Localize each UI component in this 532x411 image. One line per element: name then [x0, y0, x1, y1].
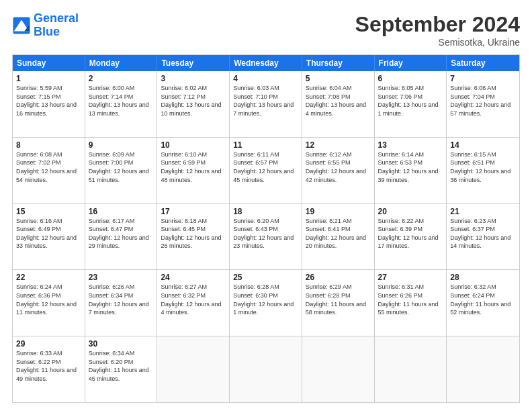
- logo-text: General Blue: [34, 12, 79, 39]
- day-number: 27: [378, 273, 443, 282]
- cell-details: Sunrise: 6:29 AM Sunset: 6:28 PM Dayligh…: [306, 283, 371, 316]
- cell-details: Sunrise: 6:16 AM Sunset: 6:49 PM Dayligh…: [16, 217, 81, 250]
- header-day-tuesday: Tuesday: [157, 55, 230, 71]
- day-number: 26: [306, 273, 371, 282]
- calendar-cell-8: 8Sunrise: 6:08 AM Sunset: 7:02 PM Daylig…: [13, 138, 85, 203]
- day-number: 12: [306, 140, 371, 150]
- day-number: 10: [161, 140, 226, 150]
- cell-details: Sunrise: 5:59 AM Sunset: 7:15 PM Dayligh…: [16, 84, 81, 118]
- calendar-cell-9: 9Sunrise: 6:09 AM Sunset: 7:00 PM Daylig…: [85, 138, 158, 203]
- cell-details: Sunrise: 6:02 AM Sunset: 7:12 PM Dayligh…: [161, 84, 226, 118]
- calendar-cell-20: 20Sunrise: 6:22 AM Sunset: 6:39 PM Dayli…: [375, 204, 447, 270]
- calendar-cell-22: 22Sunrise: 6:24 AM Sunset: 6:36 PM Dayli…: [13, 270, 85, 336]
- day-number: 3: [161, 74, 226, 83]
- calendar-cell-empty: [157, 336, 230, 402]
- calendar-cell-29: 29Sunrise: 6:33 AM Sunset: 6:22 PM Dayli…: [13, 336, 85, 402]
- calendar-cell-13: 13Sunrise: 6:14 AM Sunset: 6:53 PM Dayli…: [375, 138, 447, 203]
- header-day-saturday: Saturday: [447, 55, 519, 71]
- calendar-body: 1Sunrise: 5:59 AM Sunset: 7:15 PM Daylig…: [13, 71, 519, 402]
- calendar-row-3: 15Sunrise: 6:16 AM Sunset: 6:49 PM Dayli…: [13, 203, 519, 270]
- header-day-sunday: Sunday: [13, 55, 85, 71]
- calendar-cell-empty: [302, 336, 375, 402]
- calendar-cell-18: 18Sunrise: 6:20 AM Sunset: 6:43 PM Dayli…: [230, 204, 302, 270]
- cell-details: Sunrise: 6:04 AM Sunset: 7:08 PM Dayligh…: [306, 84, 371, 118]
- cell-details: Sunrise: 6:17 AM Sunset: 6:47 PM Dayligh…: [89, 217, 154, 250]
- day-number: 20: [378, 207, 443, 216]
- cell-details: Sunrise: 6:34 AM Sunset: 6:20 PM Dayligh…: [89, 349, 154, 383]
- month-title: September 2024: [355, 12, 520, 37]
- day-number: 24: [161, 273, 226, 282]
- day-number: 14: [450, 140, 516, 150]
- day-number: 28: [450, 273, 516, 282]
- calendar-cell-28: 28Sunrise: 6:32 AM Sunset: 6:24 PM Dayli…: [447, 270, 519, 336]
- day-number: 5: [306, 74, 371, 83]
- calendar-cell-2: 2Sunrise: 6:00 AM Sunset: 7:14 PM Daylig…: [85, 71, 158, 137]
- cell-details: Sunrise: 6:00 AM Sunset: 7:14 PM Dayligh…: [89, 84, 154, 118]
- day-number: 19: [306, 207, 371, 216]
- title-block: September 2024 Semisotka, Ukraine: [355, 12, 520, 48]
- cell-details: Sunrise: 6:12 AM Sunset: 6:55 PM Dayligh…: [306, 150, 371, 184]
- calendar-cell-19: 19Sunrise: 6:21 AM Sunset: 6:41 PM Dayli…: [302, 204, 375, 270]
- page-header: General Blue September 2024 Semisotka, U…: [12, 12, 520, 48]
- calendar-row-1: 1Sunrise: 5:59 AM Sunset: 7:15 PM Daylig…: [13, 71, 519, 137]
- logo-icon: [12, 16, 31, 35]
- header-day-thursday: Thursday: [302, 55, 375, 71]
- calendar-cell-23: 23Sunrise: 6:26 AM Sunset: 6:34 PM Dayli…: [85, 270, 158, 336]
- logo-line1: General: [34, 11, 79, 25]
- calendar-cell-14: 14Sunrise: 6:15 AM Sunset: 6:51 PM Dayli…: [447, 138, 519, 203]
- day-number: 22: [16, 273, 81, 282]
- cell-details: Sunrise: 6:33 AM Sunset: 6:22 PM Dayligh…: [16, 349, 81, 383]
- cell-details: Sunrise: 6:10 AM Sunset: 6:59 PM Dayligh…: [161, 150, 226, 184]
- calendar-page: General Blue September 2024 Semisotka, U…: [0, 0, 532, 411]
- calendar-cell-10: 10Sunrise: 6:10 AM Sunset: 6:59 PM Dayli…: [157, 138, 230, 203]
- day-number: 25: [233, 273, 298, 282]
- location-subtitle: Semisotka, Ukraine: [355, 37, 520, 48]
- cell-details: Sunrise: 6:28 AM Sunset: 6:30 PM Dayligh…: [233, 283, 298, 316]
- cell-details: Sunrise: 6:05 AM Sunset: 7:06 PM Dayligh…: [378, 84, 443, 118]
- calendar-row-5: 29Sunrise: 6:33 AM Sunset: 6:22 PM Dayli…: [13, 336, 519, 402]
- day-number: 21: [450, 207, 516, 216]
- header-day-friday: Friday: [375, 55, 447, 71]
- cell-details: Sunrise: 6:06 AM Sunset: 7:04 PM Dayligh…: [450, 84, 516, 118]
- cell-details: Sunrise: 6:21 AM Sunset: 6:41 PM Dayligh…: [306, 217, 371, 250]
- day-number: 1: [16, 74, 81, 83]
- cell-details: Sunrise: 6:24 AM Sunset: 6:36 PM Dayligh…: [16, 283, 81, 316]
- calendar-cell-empty: [447, 336, 519, 402]
- calendar-cell-5: 5Sunrise: 6:04 AM Sunset: 7:08 PM Daylig…: [302, 71, 375, 137]
- calendar-cell-4: 4Sunrise: 6:03 AM Sunset: 7:10 PM Daylig…: [230, 71, 302, 137]
- cell-details: Sunrise: 6:08 AM Sunset: 7:02 PM Dayligh…: [16, 150, 81, 184]
- day-number: 2: [89, 74, 154, 83]
- cell-details: Sunrise: 6:14 AM Sunset: 6:53 PM Dayligh…: [378, 150, 443, 184]
- cell-details: Sunrise: 6:20 AM Sunset: 6:43 PM Dayligh…: [233, 217, 298, 250]
- calendar-cell-27: 27Sunrise: 6:31 AM Sunset: 6:26 PM Dayli…: [375, 270, 447, 336]
- header-day-monday: Monday: [85, 55, 158, 71]
- header-day-wednesday: Wednesday: [230, 55, 302, 71]
- calendar-cell-17: 17Sunrise: 6:18 AM Sunset: 6:45 PM Dayli…: [157, 204, 230, 270]
- calendar-cell-12: 12Sunrise: 6:12 AM Sunset: 6:55 PM Dayli…: [302, 138, 375, 203]
- day-number: 4: [233, 74, 298, 83]
- day-number: 16: [89, 207, 154, 216]
- calendar-cell-7: 7Sunrise: 6:06 AM Sunset: 7:04 PM Daylig…: [447, 71, 519, 137]
- day-number: 29: [16, 339, 81, 349]
- logo-line2: Blue: [34, 25, 60, 38]
- calendar-cell-26: 26Sunrise: 6:29 AM Sunset: 6:28 PM Dayli…: [302, 270, 375, 336]
- cell-details: Sunrise: 6:26 AM Sunset: 6:34 PM Dayligh…: [89, 283, 154, 316]
- calendar-row-4: 22Sunrise: 6:24 AM Sunset: 6:36 PM Dayli…: [13, 269, 519, 336]
- cell-details: Sunrise: 6:22 AM Sunset: 6:39 PM Dayligh…: [378, 217, 443, 250]
- day-number: 23: [89, 273, 154, 282]
- day-number: 15: [16, 207, 81, 216]
- logo: General Blue: [12, 12, 79, 39]
- cell-details: Sunrise: 6:18 AM Sunset: 6:45 PM Dayligh…: [161, 217, 226, 250]
- day-number: 30: [89, 339, 154, 349]
- day-number: 13: [378, 140, 443, 150]
- day-number: 18: [233, 207, 298, 216]
- cell-details: Sunrise: 6:15 AM Sunset: 6:51 PM Dayligh…: [450, 150, 516, 184]
- calendar: SundayMondayTuesdayWednesdayThursdayFrid…: [12, 54, 520, 403]
- cell-details: Sunrise: 6:27 AM Sunset: 6:32 PM Dayligh…: [161, 283, 226, 316]
- calendar-cell-24: 24Sunrise: 6:27 AM Sunset: 6:32 PM Dayli…: [157, 270, 230, 336]
- calendar-cell-16: 16Sunrise: 6:17 AM Sunset: 6:47 PM Dayli…: [85, 204, 158, 270]
- day-number: 11: [233, 140, 298, 150]
- cell-details: Sunrise: 6:09 AM Sunset: 7:00 PM Dayligh…: [89, 150, 154, 184]
- calendar-cell-25: 25Sunrise: 6:28 AM Sunset: 6:30 PM Dayli…: [230, 270, 302, 336]
- day-number: 9: [89, 140, 154, 150]
